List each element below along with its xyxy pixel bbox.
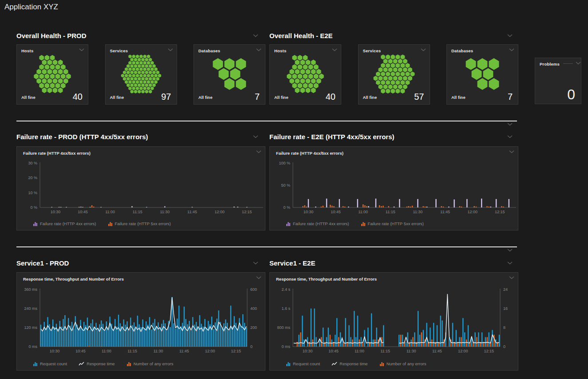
chevron-down-icon[interactable] xyxy=(332,48,337,51)
legend-item[interactable]: Number of any errors xyxy=(126,361,174,366)
svg-text:10:30: 10:30 xyxy=(50,349,60,353)
svg-text:12:15: 12:15 xyxy=(231,349,241,353)
svg-text:10:45: 10:45 xyxy=(331,210,341,214)
svg-text:0 ms: 0 ms xyxy=(28,344,37,349)
svg-text:12:15: 12:15 xyxy=(495,210,505,214)
section-title-service1-prod: Service1 - PROD xyxy=(16,259,69,267)
chevron-down-icon[interactable] xyxy=(509,48,514,51)
count-value: 40 xyxy=(73,92,83,102)
legend-item[interactable]: Failure rate (HTTP 4xx errors) xyxy=(286,221,349,226)
svg-text:11:45: 11:45 xyxy=(440,210,450,214)
bar-series-icon xyxy=(33,362,38,366)
svg-text:11:30: 11:30 xyxy=(154,349,163,353)
failure-rate-e2e-chart-plot: 100 %50 %0 %10:3010:4511:0011:1511:3011:… xyxy=(270,147,519,231)
svg-text:600: 600 xyxy=(250,287,257,292)
svg-text:10 %: 10 % xyxy=(28,191,37,195)
svg-text:1.6 s: 1.6 s xyxy=(281,306,290,311)
failure-rate-prod-chart-legend: Failure rate (HTTP 4xx errors)Failure ra… xyxy=(33,221,171,226)
legend-label: Number of any errors xyxy=(387,361,426,366)
svg-text:800 ms: 800 ms xyxy=(277,325,290,330)
legend-item[interactable]: Response time xyxy=(79,361,114,366)
chevron-down-icon[interactable] xyxy=(253,34,258,37)
legend-item[interactable]: Failure rate (HTTP 5xx errors) xyxy=(108,221,171,226)
tile-title: Hosts xyxy=(21,48,33,53)
chevron-down-icon[interactable] xyxy=(253,135,258,138)
tile-title: Databases xyxy=(451,48,473,53)
chevron-down-icon[interactable] xyxy=(256,48,261,51)
honeycomb-health-visualization xyxy=(108,55,174,94)
chevron-down-icon[interactable] xyxy=(507,34,513,37)
health-tile-hosts: HostsAll fine40 xyxy=(269,44,341,105)
tile-title: Databases xyxy=(198,48,220,53)
chevron-down-icon[interactable] xyxy=(509,150,514,153)
failure-rate-e2e-chart-legend: Failure rate (HTTP 4xx errors)Failure ra… xyxy=(286,221,424,226)
chevron-down-icon[interactable] xyxy=(256,150,261,153)
svg-text:100 %: 100 % xyxy=(279,161,290,165)
line-series-icon xyxy=(79,362,84,366)
service1-e2e-chart-plot: 2.4 s1.6 s800 ms0 ms24168010:3010:4511:0… xyxy=(270,273,519,371)
count-value: 40 xyxy=(326,92,335,102)
svg-text:12:00: 12:00 xyxy=(467,210,478,214)
svg-text:10:30: 10:30 xyxy=(303,349,313,353)
svg-text:12:15: 12:15 xyxy=(484,349,494,353)
honeycomb-health-visualization xyxy=(272,55,339,94)
svg-text:11:15: 11:15 xyxy=(133,210,142,214)
page-title: Application XYZ xyxy=(4,3,58,12)
chevron-down-icon[interactable] xyxy=(509,276,514,279)
bar-series-icon xyxy=(126,362,131,366)
bar-series-icon xyxy=(361,222,366,226)
legend-item[interactable]: Failure rate (HTTP 5xx errors) xyxy=(361,221,424,226)
chevron-down-icon[interactable] xyxy=(79,48,84,51)
legend-label: Response time xyxy=(339,361,367,366)
bar-series-icon xyxy=(286,222,291,226)
svg-text:12:00: 12:00 xyxy=(205,349,215,353)
line-series-icon xyxy=(331,362,337,366)
legend-item[interactable]: Request count xyxy=(33,361,67,366)
svg-text:10:45: 10:45 xyxy=(75,349,86,353)
failure-rate-e2e-chart-title: Failure rate (HTTP 4xx/5xx errors) xyxy=(276,151,343,156)
svg-text:0 %: 0 % xyxy=(30,205,37,210)
svg-text:10:30: 10:30 xyxy=(51,210,61,214)
tile-title: Services xyxy=(110,48,128,53)
chevron-down-icon[interactable] xyxy=(507,135,513,138)
service1-prod-chart-tile: Response time, Throughput and Number of … xyxy=(16,272,265,371)
chevron-down-icon[interactable] xyxy=(256,276,261,279)
legend-label: Failure rate (HTTP 5xx errors) xyxy=(368,221,424,226)
count-value: 57 xyxy=(414,92,424,102)
svg-text:11:00: 11:00 xyxy=(355,349,364,353)
svg-text:200: 200 xyxy=(250,325,257,330)
legend-item[interactable]: Number of any errors xyxy=(379,361,426,366)
svg-text:11:30: 11:30 xyxy=(406,349,416,353)
failure-rate-e2e-chart-tile: Failure rate (HTTP 4xx/5xx errors)100 %5… xyxy=(269,146,518,231)
legend-item[interactable]: Failure rate (HTTP 4xx errors) xyxy=(33,221,96,226)
service1-e2e-chart-title: Response time, Throughput and Number of … xyxy=(276,277,377,281)
legend-label: Failure rate (HTTP 5xx errors) xyxy=(115,221,171,226)
honeycomb-health-visualization xyxy=(361,55,427,94)
chevron-down-icon[interactable] xyxy=(507,249,513,252)
chevron-down-icon[interactable] xyxy=(168,48,173,51)
problems-tile-title: Problems xyxy=(540,62,560,66)
legend-label: Failure rate (HTTP 4xx errors) xyxy=(40,221,96,226)
legend-label: Failure rate (HTTP 4xx errors) xyxy=(293,221,349,226)
problems-count: 0 xyxy=(567,86,575,103)
svg-text:0: 0 xyxy=(250,344,253,349)
svg-text:120 ms: 120 ms xyxy=(24,325,37,330)
svg-text:11:15: 11:15 xyxy=(386,210,395,214)
chevron-down-icon[interactable] xyxy=(421,48,426,51)
tile-title: Hosts xyxy=(274,48,286,53)
service1-e2e-chart-legend: Request countResponse timeNumber of any … xyxy=(286,361,426,366)
svg-text:24: 24 xyxy=(503,287,508,292)
legend-item[interactable]: Request count xyxy=(286,361,320,366)
svg-text:11:30: 11:30 xyxy=(160,210,170,214)
chevron-down-icon[interactable] xyxy=(576,62,581,65)
count-value: 97 xyxy=(161,92,171,102)
svg-text:11:45: 11:45 xyxy=(187,210,197,214)
status-label: All fine xyxy=(21,95,36,102)
health-tile-hosts: HostsAll fine40 xyxy=(16,44,88,105)
service1-e2e-chart-tile: Response time, Throughput and Number of … xyxy=(269,272,518,371)
chevron-down-icon[interactable] xyxy=(507,123,513,126)
legend-item[interactable]: Response time xyxy=(331,361,367,366)
chevron-down-icon[interactable] xyxy=(507,262,513,265)
chevron-down-icon[interactable] xyxy=(253,262,258,265)
svg-text:11:00: 11:00 xyxy=(102,349,111,353)
